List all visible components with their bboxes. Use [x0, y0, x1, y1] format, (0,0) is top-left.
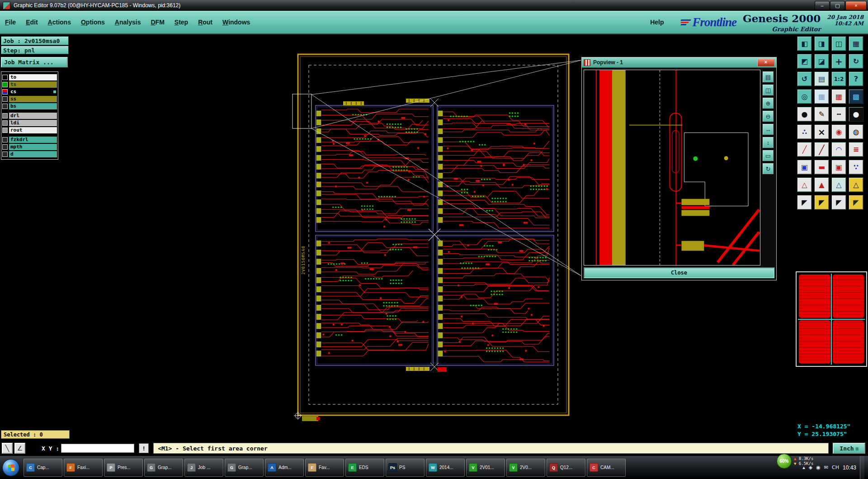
- pv-zoom-in-icon[interactable]: ⊕: [763, 98, 774, 109]
- close-button[interactable]: ×: [845, 1, 867, 10]
- layer-row-drl[interactable]: drl: [2, 112, 57, 119]
- pv-refresh-icon[interactable]: ↻: [763, 163, 774, 174]
- layer-row-to[interactable]: to: [2, 74, 57, 81]
- delete-cross-icon[interactable]: ×: [814, 124, 829, 139]
- layer-table-icon[interactable]: ▤: [814, 71, 829, 86]
- taskbar-item[interactable]: FFav...: [305, 459, 344, 477]
- layer-name[interactable]: ss: [9, 96, 57, 102]
- layer-row-rout[interactable]: rout: [2, 127, 57, 133]
- menu-item-windows[interactable]: Windows: [217, 17, 255, 28]
- zoom-corner-icon[interactable]: ◩: [797, 54, 812, 69]
- triangle-bold-icon[interactable]: ▲: [814, 177, 829, 192]
- menu-item-actions[interactable]: Actions: [43, 17, 76, 28]
- grid-light-icon[interactable]: ▦: [814, 89, 829, 104]
- maximize-button[interactable]: ▢: [830, 1, 845, 10]
- job-matrix-button[interactable]: Job Matrix ...: [1, 57, 68, 67]
- points-blue-icon[interactable]: ∴: [797, 124, 812, 139]
- layer-visibility-checkbox[interactable]: [2, 104, 8, 109]
- menu-item-analysis[interactable]: Analysis: [110, 17, 146, 28]
- layer-name[interactable]: fzkdrl: [9, 137, 57, 143]
- bar-red-icon[interactable]: ▬: [814, 160, 829, 175]
- popview-close-icon[interactable]: ×: [757, 59, 774, 66]
- pv-pan-h-icon[interactable]: ↔: [763, 124, 774, 135]
- layer-name[interactable]: rout: [9, 127, 57, 133]
- pad-round-icon[interactable]: ●: [797, 107, 812, 122]
- cursor-select-icon[interactable]: ◤: [797, 195, 812, 210]
- taskbar-item[interactable]: QQ12...: [547, 459, 585, 477]
- layer-visibility-checkbox[interactable]: [2, 113, 8, 119]
- zoom-area-icon[interactable]: ◪: [814, 54, 829, 69]
- taskbar-item[interactable]: W2014...: [426, 459, 465, 477]
- snap-mode-icon[interactable]: ╲: [2, 443, 13, 454]
- dot-black-icon[interactable]: ●: [849, 107, 863, 122]
- menu-item-help[interactable]: Help: [645, 17, 669, 28]
- grid-dark-icon[interactable]: ▩: [849, 89, 863, 104]
- square-red-icon[interactable]: ▣: [831, 160, 846, 175]
- layer-visibility-checkbox[interactable]: [2, 96, 8, 102]
- layer-row-bs[interactable]: bs: [2, 103, 57, 109]
- layer-visibility-checkbox[interactable]: [2, 137, 8, 142]
- ring-red-icon[interactable]: ◉: [831, 124, 846, 139]
- previous-view-icon[interactable]: ↺: [797, 71, 812, 86]
- layer-row-ldi[interactable]: ldi: [2, 119, 57, 126]
- taskbar-item[interactable]: PsPS: [386, 459, 425, 477]
- layer-name[interactable]: mpth: [9, 144, 57, 150]
- taskbar-item[interactable]: V2V01...: [466, 459, 505, 477]
- layer-visibility-checkbox[interactable]: [2, 89, 8, 95]
- show-desktop-button[interactable]: [860, 456, 864, 479]
- layer-name[interactable]: ts: [9, 81, 57, 88]
- menu-item-options[interactable]: Options: [76, 17, 110, 28]
- menu-item-file[interactable]: File: [0, 17, 21, 28]
- alert-icon[interactable]: !: [139, 443, 149, 453]
- xy-input[interactable]: [61, 444, 134, 453]
- view-grid-icon[interactable]: ▦: [849, 36, 863, 51]
- taskbar-item[interactable]: V2V0...: [506, 459, 545, 477]
- layer-row-cs[interactable]: cs: [2, 88, 57, 95]
- taskbar-item[interactable]: EEDS: [345, 459, 384, 477]
- units-button[interactable]: Inch ▥: [833, 443, 865, 454]
- arc-blue-icon[interactable]: ◠: [831, 142, 846, 157]
- lines-red-icon[interactable]: ≡: [849, 142, 863, 157]
- cursor-select-alt-icon[interactable]: ◤: [814, 195, 829, 210]
- view-pane-right-icon[interactable]: ◨: [814, 36, 829, 51]
- cursor-pick-alt-icon[interactable]: ◤: [849, 195, 863, 210]
- layer-row-d[interactable]: d: [2, 151, 57, 157]
- pv-zoom-out-icon[interactable]: ⊖: [763, 111, 774, 122]
- popview-close-button[interactable]: Close: [584, 267, 774, 278]
- triangle-blue-icon[interactable]: △: [831, 177, 846, 192]
- menu-item-rout[interactable]: Rout: [193, 17, 217, 28]
- layer-name[interactable]: cs: [9, 89, 57, 95]
- pv-frame-icon[interactable]: ▭: [763, 150, 774, 161]
- net-speed-widget[interactable]: 60% ▲ 8.3K/s ▼ 6.5K/s: [777, 454, 813, 469]
- taskbar-item[interactable]: FFaxi...: [64, 459, 103, 477]
- layer-name[interactable]: to: [9, 74, 57, 81]
- overview-thumbnail[interactable]: [796, 271, 867, 367]
- tray-language-icon[interactable]: CH: [832, 465, 839, 470]
- measure-icon[interactable]: ◎: [797, 89, 812, 104]
- help-q-icon[interactable]: ?: [849, 71, 863, 86]
- frame-blue-icon[interactable]: ▣: [797, 160, 812, 175]
- redraw-icon[interactable]: ↻: [849, 54, 863, 69]
- cursor-pick-icon[interactable]: ◤: [831, 195, 846, 210]
- layer-row-fzkdrl[interactable]: fzkdrl: [2, 136, 57, 143]
- minimize-button[interactable]: –: [815, 1, 830, 10]
- line-red-icon[interactable]: ╱: [797, 142, 812, 157]
- pv-print-icon[interactable]: ▤: [763, 71, 774, 82]
- taskbar-item[interactable]: JJob ...: [184, 459, 223, 477]
- layer-visibility-checkbox[interactable]: [2, 144, 8, 150]
- view-split-icon[interactable]: ◫: [831, 36, 846, 51]
- taskbar-item[interactable]: CCap...: [24, 459, 62, 477]
- points2-blue-icon[interactable]: ∵: [849, 160, 863, 175]
- layer-row-mpth[interactable]: mpth: [2, 143, 57, 150]
- scale-1-2-icon[interactable]: 1:2: [831, 71, 846, 86]
- view-pane-left-icon[interactable]: ◧: [797, 36, 812, 51]
- triangle-outline-icon[interactable]: △: [797, 177, 812, 192]
- layer-name[interactable]: bs: [9, 103, 57, 109]
- pv-pan-v-icon[interactable]: ↕: [763, 137, 774, 148]
- taskbar-item[interactable]: AAdm...: [265, 459, 304, 477]
- layer-name[interactable]: drl: [9, 113, 57, 119]
- taskbar-item[interactable]: GGrap...: [225, 459, 264, 477]
- start-button[interactable]: [2, 459, 19, 476]
- grid-red-icon[interactable]: ▦: [831, 89, 846, 104]
- memory-ball[interactable]: 60%: [777, 454, 792, 469]
